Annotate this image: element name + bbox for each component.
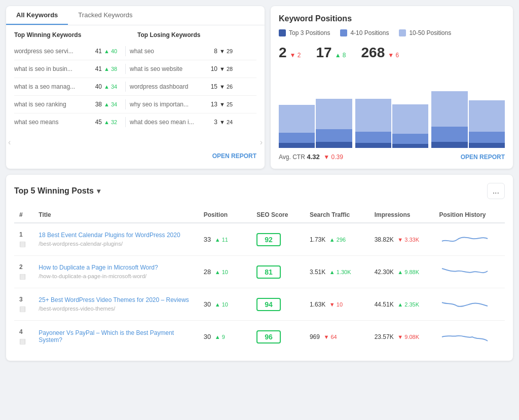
stat-num-3: 268 [361,45,385,61]
row-title-cell: 18 Best Event Calendar Plugins for WordP… [33,223,198,256]
bar-mid [316,129,352,142]
row-traffic-cell: 1.73K ▲ 296 [305,223,369,256]
winning-header: Top Winning Keywords [14,31,133,39]
position-change: ▲ 10 [215,269,228,275]
bar-mid [469,132,505,143]
post-title-link[interactable]: 25+ Best WordPress Video Themes for 2020… [39,296,193,303]
col-header-title: Title [33,207,198,223]
table-row: 2 ▤ How to Duplicate a Page in Microsoft… [14,256,505,288]
traffic-value: 3.51K [310,269,325,276]
bar-bottom [279,143,315,148]
legend-4-10-label: 4-10 Positions [350,29,389,36]
row-number: 4 [19,328,28,335]
bar-mid [355,132,391,143]
keywords-row: what is seo ranking 38 ▲ 34 why seo is i… [14,96,256,113]
bar-bottom [392,144,428,148]
row-number: 1 [19,231,28,238]
seo-score-badge: 96 [256,330,281,343]
row-seo-cell: 81 [251,256,305,288]
positions-title: Keyword Positions [279,14,505,23]
row-history-cell [434,288,505,321]
stat-change-1: ▼ 2 [290,52,301,59]
tab-all-keywords[interactable]: All Keywords [6,6,68,25]
legend-top3: Top 3 Positions [279,29,330,36]
bar-mid [279,133,315,143]
panel-title[interactable]: Top 5 Winning Posts ▾ [14,186,100,196]
traffic-change: ▼ 10 [329,301,343,308]
row-impressions-cell: 23.57K ▼ 9.08K [369,321,434,353]
impressions-change: ▲ 2.35K [397,301,419,308]
bar-bottom [431,142,467,148]
bar-top [431,91,467,127]
keywords-row: wordpress seo servi... 41 ▲ 40 what seo … [14,43,256,60]
position-value: 28 [204,268,211,276]
bar-bottom [316,142,352,148]
chevron-down-icon: ▾ [97,187,100,195]
tabs: All Keywords Tracked Keywords [6,6,265,25]
chart-area [279,67,505,148]
tab-tracked-keywords[interactable]: Tracked Keywords [68,6,142,25]
winning-kw-pos: 41 [88,65,102,72]
open-report-right-link[interactable]: OPEN REPORT [461,154,505,161]
losing-kw-name: what does seo mean i... [130,119,203,126]
losing-kw-change: ▼ 24 [217,119,237,125]
legend-dot-mid [340,29,347,36]
losing-kw-change: ▼ 28 [217,66,237,72]
keywords-panel: All Keywords Tracked Keywords Top Winnin… [6,6,265,169]
legend-10-50-label: 10-50 Positions [409,29,451,36]
scroll-arrows: ‹ › [6,137,265,148]
bar-col [469,67,505,148]
post-title-link[interactable]: Payoneer Vs PayPal – Which is the Best P… [39,329,193,343]
losing-kw-name: wordpress dashboard [130,83,203,90]
col-header-position: Position [199,207,252,223]
more-options-button[interactable]: ... [487,183,505,199]
row-num-cell: 4 ▤ [14,321,33,353]
losing-kw-pos: 15 [203,83,217,90]
keywords-header: Top Winning Keywords Top Losing Keywords [14,31,256,39]
traffic-value: 1.63K [310,301,325,308]
winning-kw-change: ▲ 32 [102,119,121,125]
impressions-value: 38.82K [375,236,394,243]
winning-kw-pos: 40 [88,83,102,90]
bar-mid [431,127,467,142]
traffic-change: ▼ 64 [324,334,337,340]
col-header-hash: # [14,207,33,223]
keywords-row: what seo means 45 ▲ 32 what does seo mea… [14,113,256,131]
bar-col [279,67,315,148]
col-divider [125,99,126,109]
losing-kw-change: ▼ 26 [217,84,237,90]
impressions-value: 23.57K [375,333,394,340]
scroll-left-icon[interactable]: ‹ [8,138,11,147]
winning-kw-pos: 38 [88,101,102,108]
traffic-value: 1.73K [310,236,325,243]
row-history-cell [434,223,505,256]
bar-col [316,67,352,148]
position-change: ▲ 10 [215,301,228,308]
stat-num-1: 2 [279,45,287,61]
losing-kw-pos: 3 [203,119,217,126]
open-report-link[interactable]: OPEN REPORT [212,152,256,160]
ctr-row: Avg. CTR 4.32 ▼ 0.39 OPEN REPORT [279,153,505,161]
keywords-row: what is a seo manag... 40 ▲ 34 wordpress… [14,78,256,96]
stat-change-3: ▼ 6 [388,52,399,59]
traffic-value: 969 [310,333,320,340]
ctr-info: Avg. CTR 4.32 ▼ 0.39 [279,153,343,161]
open-report-section: OPEN REPORT [6,148,265,164]
row-title-cell: Payoneer Vs PayPal – Which is the Best P… [33,321,198,353]
col-divider [125,46,126,56]
row-traffic-cell: 1.63K ▼ 10 [305,288,369,321]
legend-dot-light [399,29,406,36]
row-num-cell: 1 ▤ [14,223,33,256]
bar-bottom [469,143,505,148]
ctr-label: Avg. CTR [279,154,305,161]
seo-score-badge: 92 [256,233,281,246]
bar-top [392,104,428,134]
col-divider [125,64,126,74]
table-row: 4 ▤ Payoneer Vs PayPal – Which is the Be… [14,321,505,353]
post-title-link[interactable]: 18 Best Event Calendar Plugins for WordP… [39,232,193,239]
stat-group-2: 17 ▲ 8 [316,45,346,61]
bar-col [355,67,391,148]
bar-col [392,67,428,148]
post-title-link[interactable]: How to Duplicate a Page in Microsoft Wor… [39,264,193,271]
scroll-right-icon[interactable]: › [260,138,263,147]
